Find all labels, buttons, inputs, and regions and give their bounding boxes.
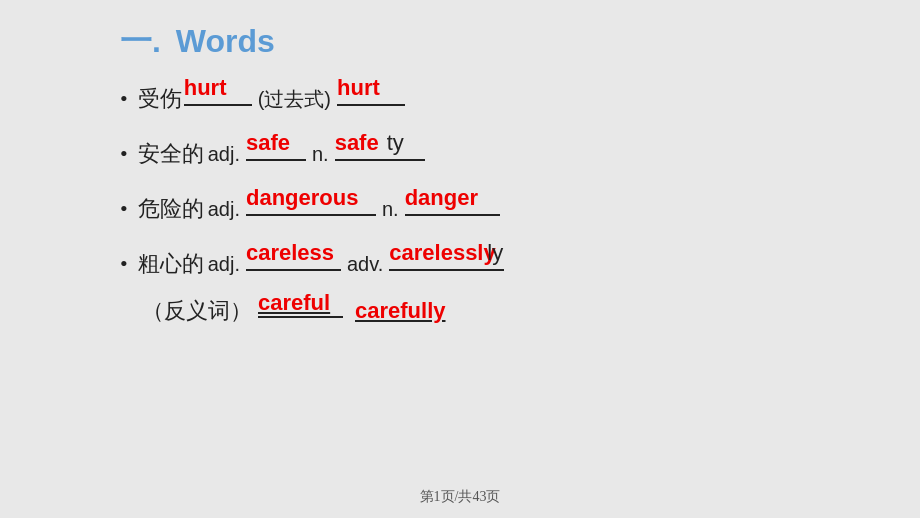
item-content: 粗心的 adj. careless adv. carelessly ly (138, 247, 507, 280)
label-adj: adj. (208, 139, 240, 169)
cn-word: 危险的 (138, 192, 204, 225)
label-n: n. (312, 139, 329, 169)
list-item: • 安全的 adj. safe n. safe ty (120, 137, 860, 170)
footer: 第1页/共43页 (0, 488, 920, 506)
suffix-ly: ly (487, 236, 503, 269)
answer-safety-word: safe (335, 126, 379, 159)
blank-dangerous: dangerous (246, 192, 376, 216)
bullet-dot: • (120, 82, 128, 115)
blank-carelessly: carelessly ly (389, 247, 504, 271)
cn-word: 粗心的 (138, 247, 204, 280)
blank-hurt2: hurt (337, 82, 405, 106)
cn-word: 受伤 (138, 82, 182, 115)
label-n: n. (382, 194, 399, 224)
title-prefix: 一. (120, 23, 161, 59)
section-title: 一. Words (120, 20, 860, 64)
antonym-row: （反义词） careful carefully (120, 294, 860, 326)
answer-careless: careless (246, 236, 334, 269)
answer-carelessly-word: carelessly (389, 236, 495, 269)
label-adv: adv. (347, 249, 383, 279)
list-item: • 粗心的 adj. careless adv. carelessly ly (120, 247, 860, 280)
blank-careless: careless (246, 247, 341, 271)
suffix-ty: ty (387, 126, 404, 159)
answer-dangerous: dangerous (246, 181, 358, 214)
antonym-label: （反义词） (142, 296, 252, 326)
label-adj: adj. (208, 194, 240, 224)
answer-danger: danger (405, 181, 478, 214)
answer-hurt1: hurt (184, 71, 227, 104)
blank-careful: careful (258, 294, 343, 318)
blank-safety: safe ty (335, 137, 425, 161)
cn-word: 安全的 (138, 137, 204, 170)
title-word: Words (176, 23, 275, 59)
answer-careful: careful (258, 290, 330, 316)
blank-danger: danger (405, 192, 500, 216)
bullet-dot: • (120, 192, 128, 225)
word-list: • 受伤 hurt (过去式) hurt • 安全的 adj. safe (120, 82, 860, 280)
list-item: • 受伤 hurt (过去式) hurt (120, 82, 860, 115)
answer-carefully: carefully (355, 298, 446, 324)
answer-hurt2: hurt (337, 71, 380, 104)
list-item: • 危险的 adj. dangerous n. danger (120, 192, 860, 225)
bullet-dot: • (120, 137, 128, 170)
answer-safe: safe (246, 126, 290, 159)
blank-hurt: hurt (184, 82, 252, 106)
bullet-dot: • (120, 247, 128, 280)
label-adj: adj. (208, 249, 240, 279)
item-content: 受伤 hurt (过去式) hurt (138, 82, 407, 115)
slide: 一. Words • 受伤 hurt (过去式) hurt • 安全的 ad (0, 0, 920, 518)
label-past: (过去式) (258, 84, 331, 114)
page-info: 第1页/共43页 (420, 489, 501, 504)
item-content: 安全的 adj. safe n. safe ty (138, 137, 427, 170)
blank-safe: safe (246, 137, 306, 161)
item-content: 危险的 adj. dangerous n. danger (138, 192, 502, 225)
